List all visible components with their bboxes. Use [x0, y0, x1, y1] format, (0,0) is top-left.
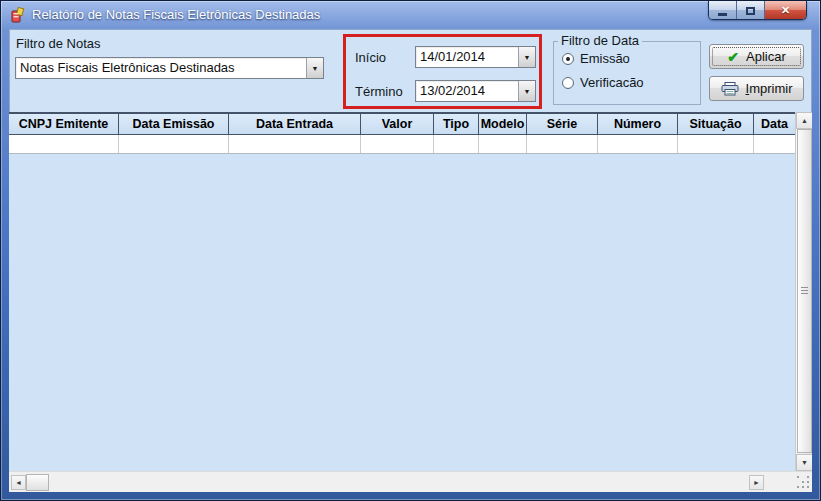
end-date-value: 13/02/2014 [416, 81, 518, 101]
radio-unselected-icon[interactable] [562, 77, 574, 89]
horizontal-scrollbar[interactable]: ◄ ► [9, 471, 812, 492]
app-window: Relatório de Notas Fiscais Eletrônicas D… [0, 0, 821, 501]
column-header-situacao: Situação [678, 114, 754, 134]
notes-filter-label: Filtro de Notas [16, 36, 101, 51]
table-cell [754, 135, 795, 153]
date-range-highlight: Início 14/01/2014 ▼ Término 13/02/2014 ▼ [343, 34, 542, 109]
table-cell [598, 135, 678, 153]
window-controls: ✕ [708, 1, 807, 20]
radio-emissao[interactable]: Emissão [562, 51, 630, 66]
apply-button[interactable]: ✔ Aplicar [709, 44, 804, 69]
end-date-label: Término [355, 84, 403, 99]
window-title: Relatório de Notas Fiscais Eletrônicas D… [32, 7, 320, 22]
column-header-cnpj-emitente: CNPJ Emitente [9, 114, 119, 134]
radio-verificacao[interactable]: Verificacão [562, 75, 644, 90]
date-filter-legend: Filtro de Data [558, 33, 642, 48]
table-cell [9, 135, 119, 153]
start-date-label: Início [355, 50, 386, 65]
column-header-data: Data [754, 114, 795, 134]
chevron-down-icon[interactable]: ▼ [306, 58, 323, 78]
notes-filter-value: Notas Fiscais Eletrônicas Destinadas [16, 58, 306, 78]
chevron-down-icon[interactable]: ▼ [518, 81, 535, 101]
table-cell [678, 135, 754, 153]
column-header-valor: Valor [361, 114, 434, 134]
app-icon [10, 7, 26, 23]
print-button[interactable]: Imprimir [709, 76, 804, 101]
table-cell [527, 135, 598, 153]
table-row[interactable] [9, 135, 795, 154]
close-icon: ✕ [781, 4, 790, 17]
table-empty-area [9, 154, 795, 471]
titlebar[interactable]: Relatório de Notas Fiscais Eletrônicas D… [1, 1, 820, 29]
radio-verificacao-label: Verificacão [580, 75, 644, 90]
minimize-icon [718, 13, 727, 16]
column-header-tipo: Tipo [434, 114, 479, 134]
scroll-left-icon[interactable]: ◄ [11, 475, 26, 490]
horizontal-scrollbar-thumb[interactable] [26, 474, 49, 491]
table-cell [361, 135, 434, 153]
table-header-row: CNPJ Emitente Data Emissão Data Entrada … [9, 112, 795, 135]
start-date-value: 14/01/2014 [416, 47, 518, 67]
radio-selected-icon[interactable] [562, 53, 574, 65]
scroll-up-icon[interactable]: ▲ [796, 112, 812, 129]
table-cell [479, 135, 527, 153]
minimize-button[interactable] [709, 1, 737, 20]
date-filter-group: Filtro de Data Emissão Verificacão [553, 41, 701, 105]
close-button[interactable]: ✕ [765, 1, 806, 20]
client-area: Filtro de Notas Notas Fiscais Eletrônica… [9, 29, 812, 492]
scroll-right-icon[interactable]: ► [749, 475, 764, 490]
vertical-scrollbar[interactable]: ▲ ▼ [795, 112, 812, 471]
chevron-down-icon[interactable]: ▼ [518, 47, 535, 67]
table-cell [119, 135, 229, 153]
column-header-data-entrada: Data Entrada [229, 114, 361, 134]
column-header-modelo: Modelo [479, 114, 527, 134]
column-header-numero: Número [598, 114, 678, 134]
focus-rect [712, 47, 801, 66]
start-date-picker[interactable]: 14/01/2014 ▼ [415, 46, 536, 68]
column-header-serie: Série [527, 114, 598, 134]
table-cell [229, 135, 361, 153]
scroll-down-icon[interactable]: ▼ [796, 454, 812, 471]
maximize-icon [746, 7, 755, 15]
print-button-label: Imprimir [746, 81, 793, 96]
maximize-button[interactable] [737, 1, 765, 20]
printer-icon [721, 82, 739, 96]
column-header-data-emissao: Data Emissão [119, 114, 229, 134]
radio-emissao-label: Emissão [580, 51, 630, 66]
notes-filter-combobox[interactable]: Notas Fiscais Eletrônicas Destinadas ▼ [15, 57, 324, 79]
end-date-picker[interactable]: 13/02/2014 ▼ [415, 80, 536, 102]
resize-grip[interactable] [796, 475, 810, 489]
table-cell [434, 135, 479, 153]
vertical-scrollbar-thumb[interactable] [797, 129, 812, 453]
